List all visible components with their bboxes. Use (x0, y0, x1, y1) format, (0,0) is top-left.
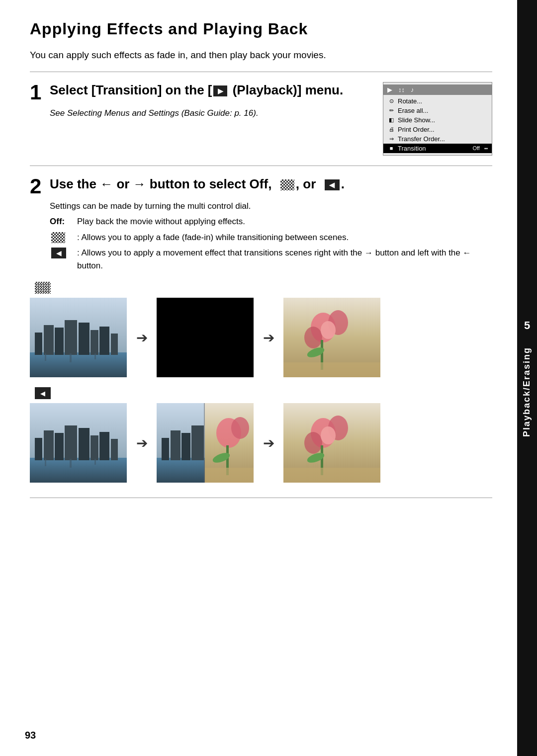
svg-rect-37 (171, 430, 180, 460)
intro-text: You can apply such effects as fade in, a… (30, 48, 492, 63)
svg-rect-27 (79, 428, 90, 460)
svg-rect-30 (111, 439, 118, 460)
playback-icon: ▶ (213, 85, 227, 96)
svg-rect-54 (283, 468, 380, 483)
svg-rect-9 (111, 334, 118, 355)
images-section: ➔ ➔ (30, 282, 492, 483)
image-row-fade: ➔ ➔ (30, 298, 492, 377)
image-row-slide: ➔ (30, 403, 492, 483)
right-tab: 5 Playback/Erasing (517, 0, 537, 756)
svg-point-51 (321, 426, 336, 444)
flower-image-1 (283, 298, 380, 377)
menu-item-rotate: ⊙ Rotate... (383, 96, 492, 106)
svg-rect-35 (157, 458, 205, 483)
menu-item-transition: ■ Transition Off ▪▪ (383, 144, 492, 153)
svg-rect-1 (30, 352, 127, 377)
svg-rect-6 (79, 323, 90, 355)
slide-icon-label (50, 247, 75, 258)
print-icon: 🖨 (387, 126, 395, 132)
slideshow-icon: ◧ (387, 117, 395, 123)
divider-2 (30, 166, 492, 166)
grid-icon-label (50, 231, 75, 243)
desc-slide: : Allows you to apply a movement effect … (50, 247, 492, 272)
svg-rect-26 (65, 425, 77, 460)
step-2: 2 Use the ← or → button to select Off, ,… (30, 176, 492, 272)
menu-icon-person: ♪ (411, 86, 414, 93)
desc-settings: Settings can be made by turning the mult… (50, 201, 492, 211)
step-1-title: Select [Transition] on the [▶ (Playback)… (50, 82, 373, 99)
svg-rect-12 (94, 353, 96, 359)
bottom-divider (30, 498, 492, 498)
svg-rect-2 (35, 333, 42, 355)
arrow-3: ➔ (127, 435, 157, 451)
svg-rect-39 (191, 425, 204, 460)
city-image-1 (30, 298, 127, 377)
black-transition-box (157, 298, 254, 377)
grid-icon-small (51, 232, 65, 243)
desc-off: Off: Play back the movie without applyin… (50, 215, 492, 228)
rotate-icon: ⊙ (387, 98, 395, 104)
tab-number: 5 (524, 319, 530, 332)
svg-rect-7 (90, 330, 98, 355)
page-title: Applying Effects and Playing Back (30, 20, 492, 38)
menu-icon-play: ▶ (387, 86, 392, 93)
step-1-number: 1 (30, 82, 45, 103)
menu-icon-sort: ↕↕ (398, 86, 405, 93)
arrow-1: ➔ (127, 330, 157, 346)
fade-row-label-icon (35, 282, 51, 294)
flower-image-2 (283, 403, 380, 483)
divider-1 (30, 72, 492, 72)
svg-point-16 (304, 327, 322, 348)
svg-rect-20 (283, 362, 380, 377)
tab-label: Playback/Erasing (522, 347, 533, 437)
slide-desc-text: : Allows you to apply a movement effect … (77, 247, 492, 272)
slide-transition-box (157, 403, 254, 483)
page-number: 93 (25, 730, 36, 741)
svg-rect-3 (44, 325, 54, 355)
svg-rect-36 (162, 438, 169, 460)
transition-icon: ■ (387, 145, 395, 151)
svg-point-42 (231, 417, 249, 439)
off-label: Off: (50, 215, 75, 228)
grid-effect-icon (280, 179, 294, 190)
svg-rect-24 (44, 430, 54, 460)
svg-rect-4 (55, 328, 64, 355)
svg-rect-31 (45, 459, 46, 466)
svg-point-17 (321, 321, 336, 339)
grid-desc-text: : Allows you to apply a fade (fade-in) w… (77, 231, 349, 244)
slide-row-label-icon: ◀ (35, 387, 51, 399)
desc-grid: : Allows you to apply a fade (fade-in) w… (50, 231, 492, 244)
transfer-icon: ⇒ (387, 136, 395, 142)
svg-rect-25 (55, 433, 64, 460)
step-2-title: Use the ← or → button to select Off, , o… (50, 176, 345, 193)
svg-rect-29 (99, 432, 109, 460)
arrow-4: ➔ (254, 435, 283, 451)
step-2-number: 2 (30, 176, 45, 197)
svg-rect-28 (90, 435, 98, 460)
arrow-2: ➔ (254, 330, 283, 346)
menu-item-print: 🖨 Print Order... (383, 125, 492, 134)
svg-rect-11 (70, 353, 72, 362)
city-image-2 (30, 403, 127, 483)
or-1: or (116, 176, 133, 191)
svg-rect-46 (204, 403, 205, 483)
slide-effect-icon (325, 179, 340, 190)
svg-rect-38 (181, 433, 190, 460)
svg-rect-32 (70, 459, 72, 468)
menu-item-erase: ✏ Erase all... (383, 106, 492, 115)
transition-value-icon: ▪▪ (484, 146, 488, 151)
erase-icon: ✏ (387, 107, 395, 114)
svg-rect-45 (205, 468, 254, 483)
slide-icon-small (51, 248, 66, 258)
svg-rect-10 (45, 353, 46, 361)
svg-rect-5 (65, 320, 77, 355)
step-1-note: See Selecting Menus and Settings (Basic … (50, 107, 373, 120)
svg-point-50 (304, 432, 322, 454)
step-1: 1 Select [Transition] on the [▶ (Playbac… (30, 82, 492, 156)
svg-rect-33 (94, 459, 96, 465)
menu-item-slideshow: ◧ Slide Show... (383, 115, 492, 125)
menu-screenshot: ▶ ↕↕ ♪ ⊙ Rotate... ✏ Erase all... ◧ Slid… (383, 82, 492, 156)
svg-rect-22 (30, 458, 127, 483)
off-text: Play back the movie without applying eff… (77, 215, 245, 228)
svg-rect-8 (99, 327, 109, 355)
